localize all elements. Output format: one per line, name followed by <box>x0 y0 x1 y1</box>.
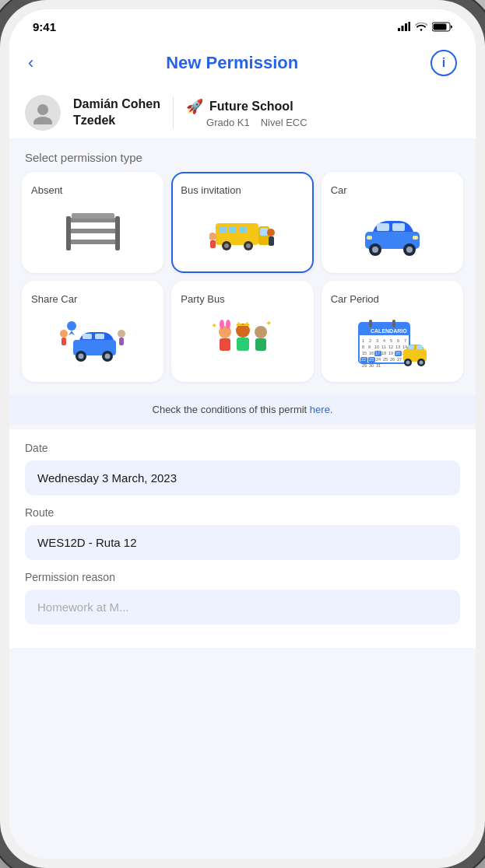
svg-text:15: 15 <box>362 351 367 355</box>
svg-point-7 <box>33 117 52 124</box>
status-icons <box>398 22 452 32</box>
svg-text:2: 2 <box>369 338 371 343</box>
svg-text:8: 8 <box>362 345 364 349</box>
svg-rect-46 <box>62 338 66 345</box>
page-title: New Permission <box>166 53 298 73</box>
svg-rect-17 <box>239 226 247 233</box>
svg-rect-62 <box>369 320 372 327</box>
svg-text:14: 14 <box>402 345 407 349</box>
route-label: Route <box>25 506 460 519</box>
svg-text:7: 7 <box>404 338 406 343</box>
screen: 9:41 <box>9 9 476 859</box>
svg-text:25: 25 <box>383 357 388 362</box>
permission-card-car[interactable]: Car <box>322 172 463 273</box>
svg-text:24: 24 <box>376 357 381 362</box>
route-value[interactable]: WES12D - Ruta 12 <box>25 525 460 560</box>
svg-point-34 <box>406 247 413 253</box>
partybus-illustration: ✦ ✦ <box>181 311 304 373</box>
reason-value[interactable]: Homework at M... <box>25 590 460 625</box>
form-section: Date Wednesday 3 March, 2023 Route WES12… <box>9 429 476 648</box>
permission-card-bus-invitation[interactable]: Bus invitation <box>171 172 313 273</box>
user-info: Damián CohenTzedek <box>73 96 160 129</box>
svg-text:3: 3 <box>376 338 378 343</box>
svg-point-106 <box>420 361 423 365</box>
svg-rect-0 <box>398 28 400 31</box>
svg-text:30: 30 <box>369 363 374 367</box>
carperiod-illustration: CALENDARIO 1 2 3 4 5 6 7 8 9 1 <box>331 311 454 373</box>
svg-text:23: 23 <box>369 357 374 362</box>
school-info: 🚀 Future School Grado K1 Nivel ECC <box>186 98 308 128</box>
user-name: Damián CohenTzedek <box>73 96 160 129</box>
svg-rect-63 <box>392 320 395 327</box>
perm-label-bus-invitation: Bus invitation <box>181 184 241 196</box>
svg-point-55 <box>255 326 267 338</box>
perm-label-party-bus: Party Bus <box>181 293 224 305</box>
svg-rect-56 <box>255 338 266 351</box>
svg-point-104 <box>406 361 410 365</box>
svg-rect-29 <box>377 223 389 231</box>
sharecar-illustration <box>31 311 154 373</box>
school-row: 🚀 Future School <box>186 98 308 115</box>
svg-text:31: 31 <box>376 363 381 367</box>
divider <box>173 97 174 128</box>
back-button[interactable]: ‹ <box>28 53 33 73</box>
permission-card-car-period[interactable]: Car Period CALENDARIO <box>322 281 463 382</box>
svg-rect-52 <box>220 338 230 351</box>
status-time: 9:41 <box>33 20 56 33</box>
permission-card-party-bus[interactable]: Party Bus <box>171 281 313 382</box>
svg-rect-3 <box>409 22 411 31</box>
svg-rect-13 <box>72 213 114 219</box>
svg-rect-12 <box>115 216 120 250</box>
svg-text:12: 12 <box>388 345 393 349</box>
date-label: Date <box>25 442 460 454</box>
perm-label-absent: Absent <box>31 184 62 196</box>
battery-icon <box>432 22 452 32</box>
svg-point-43 <box>105 354 111 359</box>
status-bar: 9:41 <box>9 9 476 44</box>
reason-label: Permission reason <box>25 571 460 583</box>
svg-text:13: 13 <box>395 345 400 349</box>
svg-point-21 <box>224 243 229 248</box>
condition-link[interactable]: here. <box>310 404 333 415</box>
svg-rect-39 <box>95 334 104 339</box>
svg-point-26 <box>267 229 275 236</box>
user-bar: Damián CohenTzedek 🚀 Future School Grado… <box>9 87 476 138</box>
bus-illustration <box>181 202 304 264</box>
svg-text:26: 26 <box>390 357 395 362</box>
svg-text:18: 18 <box>381 351 386 355</box>
permission-card-absent[interactable]: Absent <box>22 172 163 273</box>
svg-text:19: 19 <box>388 351 393 355</box>
svg-point-24 <box>209 233 216 240</box>
svg-rect-19 <box>260 228 268 236</box>
info-button[interactable]: i <box>431 50 457 76</box>
school-meta: Grado K1 Nivel ECC <box>186 117 308 128</box>
svg-text:29: 29 <box>362 363 367 367</box>
perm-label-car-period: Car Period <box>331 293 379 305</box>
permission-grid: Absent <box>9 172 476 390</box>
perm-label-car: Car <box>331 184 347 196</box>
svg-rect-10 <box>68 240 118 244</box>
permission-card-share-car[interactable]: Share Car <box>22 281 163 382</box>
svg-rect-36 <box>367 236 372 240</box>
date-value[interactable]: Wednesday 3 March, 2023 <box>25 460 460 495</box>
svg-rect-35 <box>413 236 418 240</box>
svg-text:5: 5 <box>390 338 392 343</box>
content-area: Select permission type Absent <box>9 138 476 859</box>
svg-text:10: 10 <box>374 345 379 349</box>
svg-text:4: 4 <box>383 338 385 343</box>
condition-bar: Check the conditions of this permit here… <box>9 394 476 425</box>
svg-text:16: 16 <box>369 351 374 355</box>
svg-rect-1 <box>402 26 404 31</box>
svg-rect-15 <box>219 226 227 233</box>
svg-point-41 <box>79 354 84 359</box>
svg-text:1: 1 <box>362 338 364 343</box>
svg-rect-11 <box>66 216 71 250</box>
svg-point-47 <box>118 330 125 338</box>
svg-point-50 <box>220 320 224 329</box>
svg-rect-30 <box>392 223 405 231</box>
svg-point-44 <box>67 321 76 331</box>
phone-frame: 9:41 <box>0 0 485 868</box>
svg-rect-9 <box>68 229 118 233</box>
svg-text:22: 22 <box>361 357 366 362</box>
car-illustration <box>331 202 454 264</box>
